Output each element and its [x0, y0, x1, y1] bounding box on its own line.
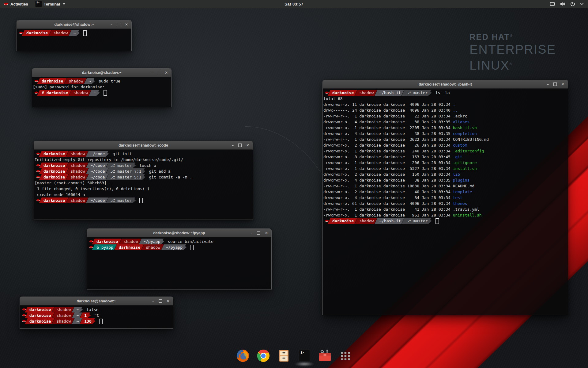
- activities-button[interactable]: Activities: [0, 0, 32, 8]
- prompt-segment-host: shadow: [52, 307, 74, 312]
- close-button[interactable]: ✕: [125, 23, 128, 26]
- maximize-button[interactable]: [257, 231, 260, 235]
- firefox-icon: [236, 348, 250, 363]
- ls-meta: drwxrwxr-x. 61 darknoise darknoise 4096 …: [323, 201, 453, 206]
- chevron-down-icon: [63, 3, 65, 5]
- maximize-button[interactable]: [553, 82, 557, 86]
- ls-row: -rwxrwxr-x. 1 darknoise darknoise 240 Ja…: [323, 148, 567, 154]
- dock-item-firefox[interactable]: [235, 348, 251, 366]
- terminal-content[interactable]: darknoiseshadow~: [17, 29, 131, 52]
- window-title: darknoise@shadow:~: [77, 299, 116, 303]
- maximize-button[interactable]: [159, 299, 162, 303]
- minimize-button[interactable]: –: [232, 144, 234, 147]
- terminal-window-home-3: darknoise@shadow:~ – ✕ darknoiseshadow~f…: [20, 297, 173, 329]
- dock-item-app-grid[interactable]: [338, 348, 353, 366]
- titlebar[interactable]: darknoise@shadow:~/code – ✕: [34, 141, 253, 150]
- terminal-window-code: darknoise@shadow:~/code – ✕ darknoisesha…: [34, 141, 253, 220]
- terminal-window-bash-it: darknoise@shadow:~/bash-it – ✕ darknoise…: [322, 80, 568, 315]
- terminal-content[interactable]: darknoiseshadow~sudo true[sudo] password…: [32, 77, 171, 108]
- maximize-button[interactable]: [238, 144, 242, 147]
- close-button[interactable]: ✕: [167, 299, 170, 303]
- minimize-button[interactable]: –: [251, 231, 252, 235]
- dock-item-toolbox[interactable]: [317, 348, 333, 366]
- titlebar[interactable]: darknoise@shadow:~ – ✕: [20, 297, 173, 305]
- prompt-segment-user: # darknoise: [37, 90, 71, 96]
- terminal-cursor: [435, 218, 439, 224]
- prompt-line: darknoiseshadow~/codegit init: [35, 151, 252, 157]
- maximize-button[interactable]: [117, 23, 120, 26]
- prompt-segment-git: ⎇ master: [106, 163, 135, 168]
- prompt-segment-dir: ~/pyapp: [139, 239, 164, 244]
- ls-filename: bash_it.sh: [453, 125, 477, 130]
- clock[interactable]: Sat 03:57: [0, 2, 588, 6]
- ls-row: -rwxrwxr-x. 1 darknoise darknoise 961 Ja…: [323, 212, 567, 218]
- ls-row: drwxrwxr-x. 4 darknoise darknoise 84 Jan…: [323, 195, 567, 201]
- ls-meta: drwxrwxr-x. 4 darknoise darknoise 38 Jan…: [323, 178, 453, 182]
- ls-filename: .: [453, 102, 455, 107]
- prompt-line: ♻ pyappdarknoiseshadow~/pyapp: [88, 244, 271, 250]
- app-menu-terminal[interactable]: $> Terminal: [32, 0, 69, 8]
- prompt-segment-user: darknoise: [39, 174, 68, 180]
- terminal-content[interactable]: darknoiseshadow~/pyappsource bin/activat…: [87, 237, 271, 290]
- titlebar[interactable]: darknoise@shadow:~/pyapp – ✕: [87, 229, 271, 237]
- registered-mark: ®: [510, 62, 513, 66]
- ls-row: -rwxrwxr-x. 1 darknoise darknoise 206 Ja…: [323, 160, 567, 166]
- ls-filename: lib: [453, 172, 460, 177]
- prompt-segment-host: shadow: [66, 163, 88, 168]
- prompt-segment-user: darknoise: [39, 168, 68, 174]
- prompt-line: # darknoiseshadow~: [33, 90, 171, 96]
- dock-item-files[interactable]: [276, 348, 292, 366]
- activities-label: Activities: [10, 2, 28, 6]
- ls-filename: .editorconfig: [453, 149, 484, 153]
- titlebar[interactable]: darknoise@shadow:~ – ✕: [32, 68, 171, 77]
- ls-row: -rw-rw-r--. 1 darknoise darknoise 22 Jan…: [323, 113, 567, 119]
- prompt-line: darknoiseshadow~1^C: [21, 312, 172, 318]
- ls-filename: README.md: [453, 184, 474, 188]
- terminal-cursor: [99, 319, 103, 324]
- dock-item-chrome[interactable]: [256, 348, 271, 366]
- ls-meta: drwxrwxr-x. 8 darknoise darknoise 163 Ja…: [323, 155, 453, 159]
- minimize-button[interactable]: –: [152, 299, 154, 303]
- close-button[interactable]: ✕: [561, 82, 564, 86]
- prompt-segment-host: shadow: [64, 78, 86, 84]
- terminal-content[interactable]: darknoiseshadow~/codegit initInitialized…: [34, 150, 253, 221]
- active-app-glow: [295, 362, 314, 366]
- output-line: [sudo] password for darknoise:: [33, 84, 171, 90]
- ls-filename: CONTRIBUTING.md: [453, 137, 489, 142]
- ls-filename: ..: [453, 108, 458, 113]
- maximize-button[interactable]: [157, 71, 160, 74]
- titlebar[interactable]: darknoise@shadow:~/bash-it – ✕: [323, 80, 568, 89]
- close-button[interactable]: ✕: [246, 144, 249, 147]
- prompt-segment-git: ⎇ master: [402, 90, 431, 96]
- ls-row: drwxrwxr-x. 8 darknoise darknoise 163 Ja…: [323, 154, 567, 160]
- system-tray[interactable]: [545, 0, 588, 8]
- ls-row: -rwxrwxr-x. 1 darknoise darknoise 2205 J…: [323, 125, 567, 131]
- app-grid-icon: [338, 348, 353, 363]
- terminal-content[interactable]: darknoiseshadow~/bash-it⎇ masterls -lato…: [323, 89, 568, 316]
- minimize-button[interactable]: –: [547, 82, 549, 86]
- brand-line-enterprise: ENTERPRISE: [469, 42, 556, 57]
- ls-filename: .git: [453, 155, 462, 159]
- prompt-segment-host: shadow: [355, 90, 377, 96]
- ls-filename: .ackrc: [453, 114, 467, 118]
- minimize-button[interactable]: –: [150, 71, 152, 75]
- prompt-segment-host: shadow: [141, 244, 164, 250]
- minimize-button[interactable]: –: [111, 23, 112, 26]
- terminal-content[interactable]: darknoiseshadow~false darknoiseshadow~1^…: [20, 305, 173, 330]
- prompt-line: darknoiseshadow~/pyappsource bin/activat…: [88, 239, 271, 244]
- prompt-segment-dir: ~/bash-it: [375, 90, 404, 96]
- window-controls: – ✕: [152, 297, 170, 305]
- close-button[interactable]: ✕: [265, 231, 268, 235]
- dock-item-terminal[interactable]: $>: [297, 348, 312, 366]
- prompt-segment-user: darknoise: [328, 90, 357, 96]
- prompt-line: darknoiseshadow~/code⎇ master: [35, 197, 252, 203]
- command-text: ls -la: [432, 90, 450, 96]
- terminal-app-icon: $>: [36, 1, 42, 7]
- ls-meta: drwxrwxr-x. 2 darknoise darknoise 40 Jan…: [323, 190, 453, 194]
- titlebar[interactable]: darknoise@shadow:~ – ✕: [17, 20, 131, 29]
- prompt-segment-host: shadow: [355, 218, 377, 224]
- close-button[interactable]: ✕: [165, 71, 168, 75]
- ls-filename: template: [453, 190, 472, 194]
- ls-filename: test: [453, 195, 462, 200]
- prompt-segment-venv: ♻ pyapp: [92, 244, 117, 250]
